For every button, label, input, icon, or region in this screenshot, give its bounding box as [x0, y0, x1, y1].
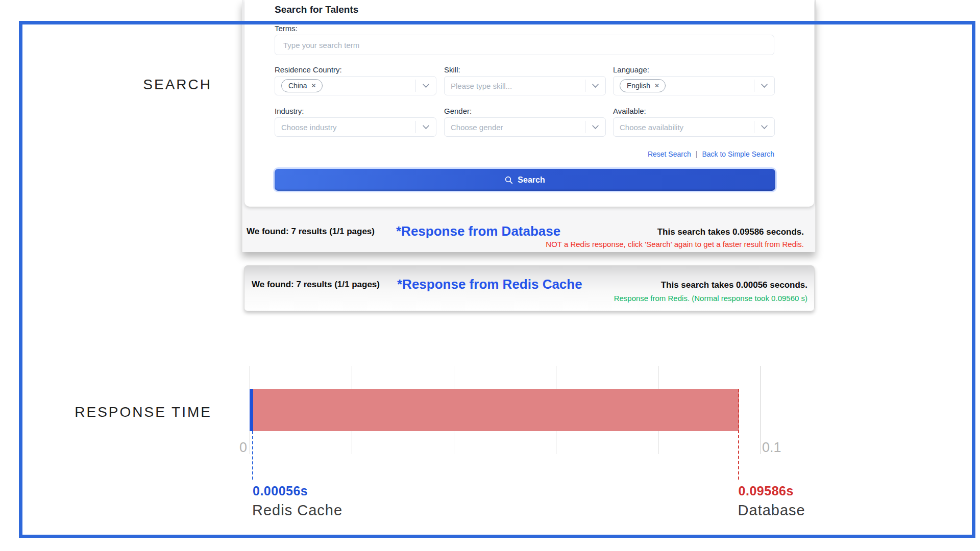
search-results-card: Search for Talents Terms: Residence Coun… — [242, 0, 816, 252]
axis-tick-max: 0.1 — [762, 440, 781, 456]
redis-dashed-line — [252, 431, 253, 480]
redis-result-time: This search takes 0.00056 seconds. — [661, 280, 807, 290]
back-to-simple-search-link[interactable]: Back to Simple Search — [702, 150, 774, 158]
search-icon — [505, 176, 513, 184]
gender-placeholder: Choose gender — [451, 123, 503, 132]
remove-icon[interactable]: ✕ — [311, 83, 316, 89]
skill-placeholder: Please type skill... — [451, 82, 512, 90]
redis-result-note: Response from Redis. (Normal response to… — [614, 294, 807, 303]
bar-redis — [250, 389, 253, 431]
database-dashed-line — [738, 389, 739, 480]
residence-country-select[interactable]: China ✕ — [275, 76, 436, 95]
selected-chip-china: China ✕ — [281, 79, 323, 92]
industry-placeholder: Choose industry — [281, 123, 336, 132]
search-button[interactable]: Search — [275, 169, 775, 191]
chevron-down-icon — [754, 80, 774, 92]
remove-icon[interactable]: ✕ — [654, 83, 659, 89]
form-links: Reset Search|Back to Simple Search — [648, 150, 774, 158]
db-result-note: NOT a Redis response, click 'Search' aga… — [546, 240, 804, 248]
redis-value-label: 0.00056s — [253, 484, 308, 498]
industry-label: Industry: — [275, 107, 304, 115]
chevron-down-icon — [415, 121, 436, 133]
db-result-source: *Response from Database — [396, 223, 560, 239]
db-result-time: This search takes 0.09586 seconds. — [657, 227, 804, 237]
chevron-down-icon — [585, 121, 605, 133]
skill-select[interactable]: Please type skill... — [444, 76, 606, 95]
available-placeholder: Choose availability — [620, 123, 683, 132]
language-label: Language: — [613, 65, 649, 74]
terms-label: Terms: — [275, 24, 298, 33]
redis-result-count: We found: 7 results (1/1 pages) — [252, 280, 380, 290]
bar-database — [250, 389, 739, 431]
gender-select[interactable]: Choose gender — [444, 117, 606, 137]
redis-result-source: *Response from Redis Cache — [397, 277, 582, 292]
db-result-count: We found: 7 results (1/1 pages) — [247, 227, 375, 237]
terms-input[interactable] — [275, 35, 774, 55]
section-label-search: SEARCH — [48, 77, 212, 93]
search-form-panel: Search for Talents Terms: Residence Coun… — [244, 0, 814, 207]
section-label-response-time: RESPONSE TIME — [48, 404, 212, 420]
chevron-down-icon — [585, 80, 605, 92]
redis-category-label: Redis Cache — [252, 502, 342, 519]
page-title: Search for Talents — [275, 4, 358, 15]
gender-label: Gender: — [444, 107, 472, 115]
industry-select[interactable]: Choose industry — [275, 117, 436, 137]
selected-chip-english: English ✕ — [620, 79, 666, 92]
skill-label: Skill: — [444, 65, 460, 74]
available-select[interactable]: Choose availability — [613, 117, 775, 137]
database-category-label: Database — [738, 502, 805, 519]
residence-country-label: Residence Country: — [275, 65, 342, 74]
available-label: Available: — [613, 107, 646, 115]
redis-result-card: We found: 7 results (1/1 pages) *Respons… — [244, 265, 815, 311]
link-separator: | — [696, 150, 698, 158]
database-value-label: 0.09586s — [739, 484, 794, 498]
language-select[interactable]: English ✕ — [613, 76, 775, 95]
chevron-down-icon — [415, 80, 436, 92]
chevron-down-icon — [754, 121, 774, 133]
axis-tick-zero: 0 — [231, 440, 247, 456]
reset-search-link[interactable]: Reset Search — [648, 150, 691, 158]
